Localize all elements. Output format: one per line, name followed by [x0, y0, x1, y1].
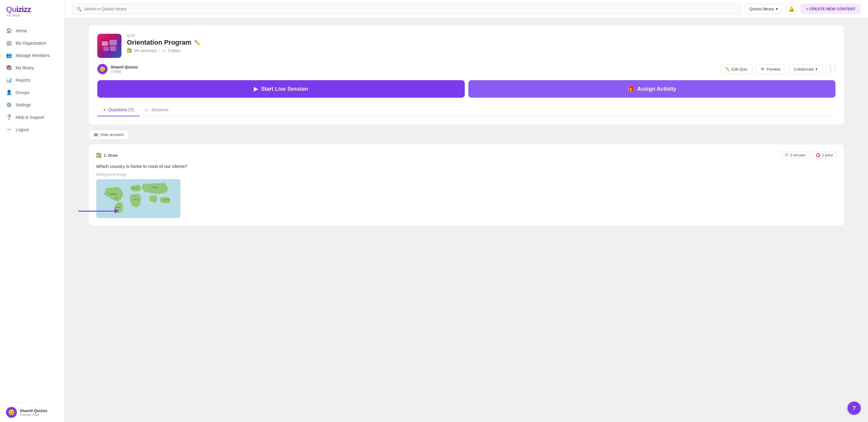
- hide-answers-button[interactable]: 🙈 Hide answers: [89, 130, 129, 140]
- user-profile[interactable]: 😊 Shamil Quizizz Premier Plan: [0, 402, 64, 422]
- search-input[interactable]: [84, 7, 737, 11]
- sidebar: Quizizz For Work 🏠 Home 🏢 My Organizatio…: [0, 0, 65, 422]
- accuracy-icon: ✅: [127, 48, 132, 53]
- create-content-button[interactable]: + CREATE NEW CONTENT: [801, 4, 861, 14]
- sidebar-item-label: Help & Support: [16, 115, 44, 120]
- author-info: 😊 Shamil Quizizz 3 days: [97, 64, 138, 74]
- collaborate-button[interactable]: Collaborate ▾: [789, 64, 823, 74]
- sidebar-item-my-library[interactable]: 📚 My library: [0, 61, 64, 74]
- avatar-emoji: 😊: [8, 409, 15, 416]
- quiz-type-label: QUIZ: [127, 34, 835, 37]
- help-fab-button[interactable]: ?: [847, 401, 861, 415]
- logout-icon: ↩: [6, 127, 12, 132]
- map-preview: Canada USA Brazil Europe Africa Russia A…: [96, 179, 181, 218]
- logo-text: Quizizz: [6, 5, 31, 13]
- header: 🔍 Quizizz library ▾ 🔔 + CREATE NEW CONTE…: [65, 0, 868, 18]
- settings-icon: ⚙️: [6, 102, 12, 108]
- cta-row: ▶ Start Live Session 🎁 Assign Activity: [97, 80, 835, 98]
- sidebar-item-label: My Organization: [16, 41, 46, 46]
- quiz-thumbnail: [97, 34, 121, 58]
- sidebar-item-home[interactable]: 🏠 Home: [0, 24, 64, 37]
- bell-icon: 🔔: [788, 6, 795, 12]
- avatar: 😊: [6, 407, 17, 418]
- play-icon: ▶: [254, 86, 258, 92]
- assign-activity-button[interactable]: 🎁 Assign Activity: [468, 80, 836, 98]
- author-time: 3 days: [111, 69, 138, 73]
- edit-title-button[interactable]: ✏️: [194, 40, 200, 46]
- quiz-stats: ✅ 0% accuracy • ▷ 0 plays: [127, 48, 835, 53]
- author-avatar-emoji: 😊: [99, 66, 105, 72]
- chevron-down-icon: ▾: [815, 67, 818, 71]
- library-label: Quizizz library: [749, 7, 774, 11]
- svg-text:Russia: Russia: [152, 186, 158, 188]
- user-plan: Premier Plan: [20, 413, 47, 417]
- user-info: Shamil Quizizz Premier Plan: [20, 409, 47, 417]
- organization-icon: 🏢: [6, 40, 12, 46]
- svg-rect-1: [110, 40, 117, 45]
- tabs-row: ≡ Questions (7) ▷ Sessions: [97, 104, 835, 116]
- logo: Quizizz For Work: [0, 0, 64, 22]
- question-number-type: 1. Draw: [104, 153, 118, 158]
- author-avatar: 😊: [97, 64, 107, 74]
- chevron-down-icon: ▾: [776, 7, 778, 11]
- edit-quiz-button[interactable]: ✏️ Edit Quiz: [720, 64, 753, 74]
- sidebar-item-label: Home: [16, 28, 27, 33]
- preview-button[interactable]: 👁 Preview: [755, 64, 785, 74]
- author-name: Shamil Quizizz: [111, 65, 138, 69]
- hide-icon: 🙈: [93, 132, 98, 137]
- help-icon: ❓: [6, 114, 12, 120]
- quiz-title: Orientation Program: [127, 38, 191, 47]
- search-icon: 🔍: [76, 7, 82, 11]
- logo-tagline: For Work: [7, 13, 31, 17]
- groups-icon: 👤: [6, 90, 12, 95]
- sidebar-item-help-support[interactable]: ❓ Help & Support: [0, 111, 64, 123]
- more-dots-icon: ⋮: [828, 66, 833, 72]
- svg-text:Canada: Canada: [109, 193, 116, 195]
- sidebar-item-reports[interactable]: 📊 Reports: [0, 74, 64, 86]
- sidebar-item-label: My library: [16, 65, 34, 70]
- svg-text:USA: USA: [115, 197, 118, 199]
- quiz-accuracy: 0% accuracy: [134, 48, 156, 53]
- svg-rect-0: [102, 41, 108, 46]
- members-icon: 👥: [6, 53, 12, 58]
- play-circle-icon: ▷: [146, 107, 149, 112]
- question-text: Which country is home to most of our cli…: [96, 164, 837, 169]
- svg-rect-2: [103, 47, 109, 51]
- sidebar-item-manage-members[interactable]: 👥 Manage Members: [0, 49, 64, 61]
- svg-text:Brazil: Brazil: [116, 207, 120, 208]
- notifications-button[interactable]: 🔔: [786, 4, 797, 14]
- quiz-card: QUIZ Orientation Program ✏️ ✅ 0% accurac…: [89, 25, 844, 125]
- tab-questions[interactable]: ≡ Questions (7): [97, 104, 140, 116]
- user-name: Shamil Quizizz: [20, 409, 47, 413]
- home-icon: 🏠: [6, 28, 12, 33]
- quiz-plays: 0 plays: [168, 48, 181, 53]
- sidebar-item-groups[interactable]: 👤 Groups: [0, 86, 64, 98]
- sidebar-item-label: Groups: [16, 90, 30, 95]
- sidebar-item-my-organization[interactable]: 🏢 My Organization: [0, 37, 64, 49]
- svg-text:Australia: Australia: [163, 199, 170, 201]
- gift-icon: 🎁: [627, 86, 634, 92]
- time-badge: ⏱ 3 minutes: [781, 152, 809, 159]
- sidebar-item-label: Reports: [16, 78, 30, 83]
- question-meta-badges: ⏱ 3 minutes ⭕ 1 point: [781, 152, 837, 159]
- nav-menu: 🏠 Home 🏢 My Organization 👥 Manage Member…: [0, 22, 64, 402]
- svg-rect-3: [110, 46, 116, 51]
- svg-text:Africa: Africa: [133, 199, 138, 201]
- more-options-button[interactable]: ⋮: [826, 64, 835, 74]
- questions-section: 🙈 Hide answers ✅ 1. Draw ⏱ 3 minut: [89, 130, 844, 225]
- svg-text:Europe: Europe: [132, 187, 138, 189]
- sidebar-item-label: Settings: [16, 102, 31, 107]
- library-icon: 📚: [6, 65, 12, 70]
- sidebar-item-settings[interactable]: ⚙️ Settings: [0, 98, 64, 111]
- content-area: QUIZ Orientation Program ✏️ ✅ 0% accurac…: [65, 18, 868, 422]
- sidebar-item-logout[interactable]: ↩ Logout: [0, 123, 64, 135]
- clock-icon: ⏱: [785, 153, 788, 157]
- tab-sessions[interactable]: ▷ Sessions: [140, 104, 175, 116]
- library-selector[interactable]: Quizizz library ▾: [745, 4, 782, 14]
- sidebar-item-label: Manage Members: [16, 53, 50, 58]
- search-box[interactable]: 🔍: [72, 4, 741, 14]
- start-live-session-button[interactable]: ▶ Start Live Session: [97, 80, 465, 98]
- plays-icon: ▷: [163, 48, 166, 53]
- question-mark-icon: ?: [852, 405, 856, 412]
- bg-image-label: Background image: [96, 173, 837, 177]
